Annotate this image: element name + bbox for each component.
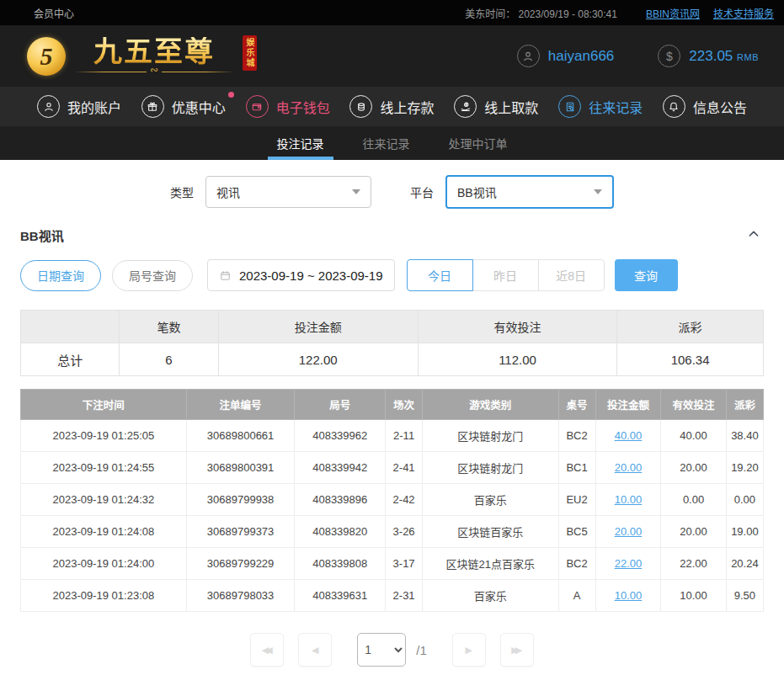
round-number: 408339808 <box>295 548 386 580</box>
bell-icon <box>663 95 685 118</box>
user-area: haiyan666 $ 223.05 RMB <box>517 45 759 67</box>
page-select[interactable]: 1 <box>357 633 406 667</box>
summary-payout: 106.34 <box>617 343 764 376</box>
prev-page-button[interactable]: ◀ <box>298 633 332 667</box>
first-page-button[interactable]: ◀◀ <box>250 633 284 667</box>
chevron-down-icon <box>352 189 360 194</box>
table-row: 2023-09-19 01:25:05 30689800661 40833996… <box>21 420 764 452</box>
summary-header <box>21 311 120 343</box>
logo-flourish <box>74 69 234 75</box>
platform-filter-group: 平台 BB视讯 <box>410 175 614 209</box>
today-button[interactable]: 今日 <box>407 259 473 291</box>
valid-bet: 20.00 <box>661 452 727 484</box>
last-page-button[interactable]: ▶▶ <box>500 633 534 667</box>
valid-bet: 10.00 <box>661 580 727 612</box>
date-range-input[interactable]: 2023-09-19 ~ 2023-09-19 <box>207 259 395 291</box>
currency-label: RMB <box>737 52 759 62</box>
site-logo[interactable]: 5 九五至尊 娱乐城 <box>27 37 257 76</box>
section-head: BB视讯 <box>0 214 784 245</box>
round-query-tab[interactable]: 局号查询 <box>112 260 193 291</box>
withdraw-icon <box>454 95 477 118</box>
logo-title-block: 九五至尊 <box>74 37 234 75</box>
nav-label: 线上取款 <box>484 97 538 117</box>
last-8-days-button[interactable]: 近8日 <box>538 259 605 291</box>
nav-promotions[interactable]: 优惠中心 <box>141 95 226 118</box>
page-total-label: /1 <box>416 643 427 657</box>
col-header: 局号 <box>295 390 386 420</box>
tab-bet-records[interactable]: 投注记录 <box>275 126 327 160</box>
records-icon <box>558 95 581 118</box>
nav-my-account[interactable]: 我的账户 <box>37 95 121 118</box>
platform-filter-label: 平台 <box>410 183 434 200</box>
summary-count: 6 <box>120 343 218 376</box>
section-title: BB视讯 <box>20 226 64 244</box>
balance-amount: 223.05 <box>689 48 733 64</box>
payout: 9.50 <box>726 580 763 612</box>
nav-label: 电子钱包 <box>276 97 330 117</box>
bet-time: 2023-09-19 01:25:05 <box>21 420 187 452</box>
valid-bet: 22.00 <box>661 548 727 580</box>
session: 2-11 <box>386 420 423 452</box>
left-arrow-icon: ◀ <box>312 645 318 656</box>
bet-amount-link[interactable]: 20.00 <box>615 525 643 538</box>
collapse-button[interactable] <box>745 226 762 245</box>
bet-time: 2023-09-19 01:24:32 <box>21 484 187 516</box>
subtab-label: 投注记录 <box>277 135 324 151</box>
bet-amount-link[interactable]: 20.00 <box>615 461 643 474</box>
subtab-label: 处理中订单 <box>449 135 508 151</box>
member-center-link[interactable]: 会员中心 <box>34 6 74 20</box>
chevron-down-icon <box>594 189 602 194</box>
bbin-news-link[interactable]: BBIN资讯网 <box>646 6 700 20</box>
bet-amount-link[interactable]: 22.00 <box>615 557 643 570</box>
table-row: 2023-09-19 01:24:08 30689799373 40833982… <box>21 516 764 548</box>
nav-online-deposit[interactable]: 线上存款 <box>349 95 434 118</box>
tech-support-link[interactable]: 技术支持服务 <box>713 6 774 20</box>
quick-range-group: 今日 昨日 近8日 <box>407 259 605 291</box>
right-arrow-icon: ▶ <box>466 645 472 656</box>
user-profile-chip[interactable]: haiyan666 <box>517 45 614 67</box>
valid-bet: 0.00 <box>661 484 727 516</box>
site-header: 5 九五至尊 娱乐城 haiyan666 $ 223.05 RMB <box>0 25 784 87</box>
summary-header: 笔数 <box>120 311 218 343</box>
yesterday-button[interactable]: 昨日 <box>472 259 539 291</box>
game-type: 百家乐 <box>423 484 558 516</box>
nav-announcements[interactable]: 信息公告 <box>663 95 747 118</box>
summary-header-row: 笔数 投注金额 有效投注 派彩 <box>21 311 764 343</box>
order-number: 30689799938 <box>186 484 295 516</box>
platform-dropdown[interactable]: BB视讯 <box>445 175 614 209</box>
col-header: 场次 <box>386 390 423 420</box>
nav-label: 优惠中心 <box>172 97 226 117</box>
session: 3-17 <box>386 548 423 580</box>
col-header: 桌号 <box>558 390 595 420</box>
tab-processing-orders[interactable]: 处理中订单 <box>446 126 510 160</box>
search-button[interactable]: 查询 <box>615 259 678 291</box>
table-row: 2023-09-19 01:24:55 30689800391 40833994… <box>21 452 764 484</box>
payout: 0.00 <box>726 484 763 516</box>
nav-label: 线上存款 <box>380 97 434 117</box>
next-page-button[interactable]: ▶ <box>452 633 486 667</box>
session: 2-41 <box>386 452 423 484</box>
payout: 19.20 <box>726 452 763 484</box>
nav-e-wallet[interactable]: 电子钱包 <box>246 95 330 118</box>
bet-amount-link[interactable]: 10.00 <box>615 493 643 506</box>
nav-online-withdrawal[interactable]: 线上取款 <box>454 95 538 118</box>
game-type: 百家乐 <box>423 580 558 612</box>
round-number: 408339896 <box>295 484 386 516</box>
round-number: 408339631 <box>295 580 386 612</box>
col-header: 有效投注 <box>661 390 727 420</box>
bet-amount-link[interactable]: 10.00 <box>615 589 643 602</box>
tab-transaction-records[interactable]: 往来记录 <box>360 126 413 160</box>
game-type: 区块链射龙门 <box>423 420 558 452</box>
user-icon <box>37 95 60 118</box>
bet-amount-link[interactable]: 40.00 <box>615 429 643 442</box>
summary-valid-bet: 112.00 <box>418 343 616 376</box>
bet-time: 2023-09-19 01:23:08 <box>21 580 187 612</box>
bet-time: 2023-09-19 01:24:08 <box>21 516 187 548</box>
summary-bet-amount: 122.00 <box>218 343 418 376</box>
col-header: 游戏类别 <box>423 390 558 420</box>
balance-chip[interactable]: $ 223.05 RMB <box>658 45 759 67</box>
date-query-tab[interactable]: 日期查询 <box>20 260 101 291</box>
nav-transaction-records[interactable]: 往来记录 <box>558 95 643 118</box>
type-dropdown[interactable]: 视讯 <box>205 176 371 208</box>
payout: 38.40 <box>726 420 763 452</box>
